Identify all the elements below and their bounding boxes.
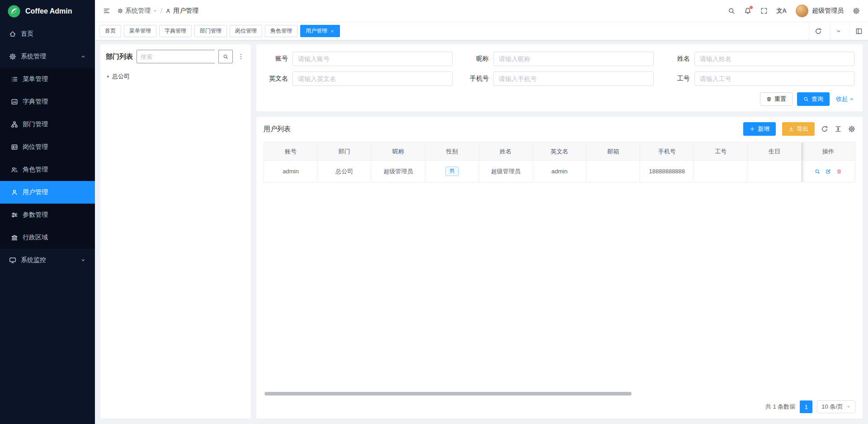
scrollbar-thumb[interactable] (264, 392, 632, 395)
sidebar-item-label: 参数管理 (23, 211, 86, 219)
fullscreen-button[interactable] (760, 7, 768, 14)
row-height-button[interactable] (835, 125, 842, 133)
user-icon (11, 189, 18, 196)
col-nickname: 昵称 (371, 143, 425, 161)
roles-icon (11, 166, 18, 173)
sidebar-item-system[interactable]: 系统管理 (0, 45, 95, 68)
tree-node-label: 总公司 (112, 72, 130, 81)
tab-user-mgmt[interactable]: 用户管理 (300, 25, 340, 37)
hamburger-icon (103, 7, 110, 14)
sidebar-item-region-mgmt[interactable]: 行政区域 (0, 226, 95, 249)
col-work-id: 工号 (694, 143, 748, 161)
column-settings-button[interactable] (848, 125, 855, 133)
edit-row-button[interactable] (826, 169, 831, 174)
phone-input[interactable] (493, 71, 653, 86)
edit-icon (826, 169, 831, 174)
sidebar-item-menu-mgmt[interactable]: 菜单管理 (0, 68, 95, 91)
table-title: 用户列表 (264, 125, 291, 133)
refresh-table-button[interactable] (821, 125, 828, 133)
page-number-button[interactable]: 1 (800, 400, 812, 413)
sidebar-item-label: 首页 (21, 30, 86, 38)
tab-dept-mgmt[interactable]: 部门管理 (194, 25, 227, 37)
view-row-button[interactable] (815, 169, 820, 174)
reset-label: 重置 (774, 95, 786, 103)
add-user-button[interactable]: 新增 (743, 122, 776, 136)
export-button[interactable]: 导出 (782, 122, 815, 136)
sidebar-item-label: 系统管理 (21, 52, 76, 61)
export-label: 导出 (797, 125, 808, 133)
page-size-select[interactable]: 10 条/页 (817, 400, 855, 413)
search-icon (803, 96, 809, 102)
name-input[interactable] (694, 52, 854, 66)
sidebar-item-label: 岗位管理 (23, 143, 86, 151)
query-button[interactable]: 查询 (797, 92, 830, 106)
form-item-nickname: 昵称 (465, 52, 653, 66)
main-area: 系统管理 / 用户管理 (95, 0, 868, 424)
sidebar-item-label: 部门管理 (23, 120, 86, 129)
tab-role-mgmt[interactable]: 角色管理 (265, 25, 297, 37)
sidebar-item-label: 用户管理 (23, 188, 86, 196)
tree-node-head-office[interactable]: 总公司 (106, 71, 245, 82)
sidebar-item-post-mgmt[interactable]: 岗位管理 (0, 136, 95, 158)
pagination: 共 1 条数据 1 10 条/页 (264, 397, 855, 413)
cell-account: admin (264, 161, 318, 182)
en-name-input[interactable] (292, 71, 453, 86)
user-table-card: 用户列表 新增 导出 (256, 117, 863, 419)
table-row: admin 总公司 超级管理员 男 超级管理员 admin 188 (264, 161, 855, 182)
topbar-right: 文A 超级管理员 (728, 5, 860, 17)
chevron-down-icon (153, 9, 157, 13)
tab-dict-mgmt[interactable]: 字典管理 (159, 25, 192, 37)
chevron-up-icon (849, 96, 854, 102)
tab-post-mgmt[interactable]: 岗位管理 (230, 25, 262, 37)
layout-button[interactable] (849, 22, 868, 40)
work-id-input[interactable] (694, 71, 854, 86)
table-header-bar: 用户列表 新增 导出 (264, 122, 855, 136)
topbar-left: 系统管理 / 用户管理 (103, 7, 198, 15)
department-more-button[interactable] (236, 52, 245, 61)
collapse-form-link[interactable]: 收起 (836, 95, 854, 103)
settings-button[interactable] (853, 7, 860, 14)
refresh-tab-button[interactable] (809, 22, 827, 40)
delete-row-button[interactable] (836, 169, 842, 174)
layout-icon (855, 28, 863, 35)
tab-label: 岗位管理 (235, 27, 257, 35)
tab-home[interactable]: 首页 (99, 25, 121, 37)
sidebar: Coffee Admin 首页 系统管理 菜单管理 字典管理 (0, 0, 95, 424)
notifications-button[interactable] (744, 7, 751, 14)
topbar: 系统管理 / 用户管理 (95, 0, 868, 22)
translate-button[interactable]: 文A (777, 7, 787, 15)
form-item-account: 账号 (264, 52, 453, 66)
sidebar-item-user-mgmt[interactable]: 用户管理 (0, 181, 95, 204)
tab-options-button[interactable] (830, 22, 847, 40)
sidebar-item-monitor[interactable]: 系统监控 (0, 249, 95, 272)
fullscreen-icon (760, 7, 768, 14)
department-search-input[interactable] (137, 50, 215, 63)
form-item-name: 姓名 (666, 52, 854, 66)
username: 超级管理员 (812, 7, 844, 15)
account-input[interactable] (292, 52, 453, 66)
position-icon (11, 143, 18, 151)
monitor-icon (9, 257, 16, 264)
tab-label: 字典管理 (165, 27, 186, 35)
breadcrumb-separator: / (160, 7, 162, 14)
department-search-button[interactable] (218, 50, 233, 63)
sidebar-item-home[interactable]: 首页 (0, 23, 95, 45)
form-item-en-name: 英文名 (264, 71, 453, 86)
breadcrumb-system[interactable]: 系统管理 (118, 7, 157, 15)
translate-icon: 文A (777, 7, 787, 14)
form-actions: 重置 查询 收起 (264, 92, 854, 106)
tab-close-button[interactable] (330, 29, 335, 33)
sidebar-item-dict-mgmt[interactable]: 字典管理 (0, 91, 95, 113)
search-button[interactable] (728, 7, 735, 14)
sidebar-item-dept-mgmt[interactable]: 部门管理 (0, 113, 95, 136)
nickname-input[interactable] (493, 52, 653, 66)
user-menu[interactable]: 超级管理员 (796, 5, 844, 17)
collapse-sidebar-button[interactable] (103, 7, 110, 14)
department-panel-title: 部门列表 (106, 52, 133, 61)
reset-button[interactable]: 重置 (760, 92, 793, 106)
department-tree: 总公司 (106, 71, 245, 82)
sidebar-item-param-mgmt[interactable]: 参数管理 (0, 204, 95, 226)
tab-menu-mgmt[interactable]: 菜单管理 (124, 25, 156, 37)
table-header-row: 账号 部门 昵称 性别 姓名 英文名 邮箱 手机号 工号 生日 (264, 143, 855, 161)
sidebar-item-role-mgmt[interactable]: 角色管理 (0, 158, 95, 181)
